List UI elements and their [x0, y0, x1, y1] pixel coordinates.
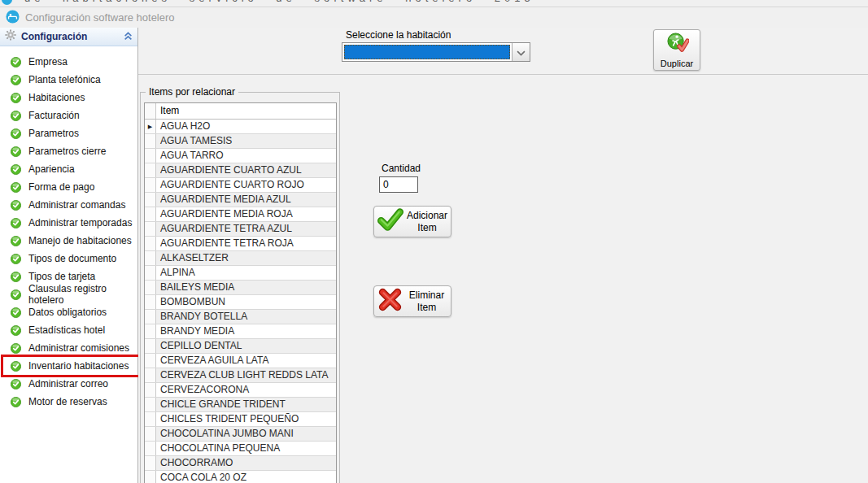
table-row[interactable]: ▶AGUA H2O [145, 120, 336, 134]
sidebar-item-administrar-correo[interactable]: Administrar correo [0, 375, 137, 393]
row-selector[interactable] [145, 427, 156, 441]
table-row[interactable]: ALPINA [145, 266, 336, 281]
background-app-icon [2, 0, 12, 5]
table-row[interactable]: CHOCOLATINA PEQUENA [145, 442, 336, 456]
table-row[interactable]: CERVEZACORONA [145, 383, 336, 398]
row-selector[interactable] [145, 471, 156, 483]
sidebar-item-parametros[interactable]: Parametros [0, 124, 137, 142]
collapse-chevrons-icon[interactable] [124, 29, 133, 44]
row-selector[interactable] [145, 354, 156, 368]
row-selector[interactable] [145, 398, 156, 411]
table-row[interactable]: BRANDY BOTELLA [145, 310, 336, 324]
item-cell: AGUARDIENTE CUARTO AZUL [156, 163, 336, 177]
item-cell: CHICLES TRIDENT PEQUEÑO [156, 412, 336, 426]
sidebar-item-administrar-comisiones[interactable]: Administrar comisiones [0, 339, 137, 357]
sidebar-item-habitaciones[interactable]: Habitaciones [0, 89, 137, 107]
check-circle-icon [11, 182, 21, 193]
item-cell: CHOCOLATINA JUMBO MANI [156, 427, 336, 441]
table-row[interactable]: AGUARDIENTE MEDIA ROJA [145, 207, 336, 222]
sidebar-item-parametros-cierre[interactable]: Parametros cierre [0, 142, 137, 160]
table-row[interactable]: ALKASELTZER [145, 251, 336, 266]
table-row[interactable]: BRANDY MEDIA [145, 324, 336, 339]
check-circle-icon [11, 57, 21, 67]
table-row[interactable]: CHOCOLATINA JUMBO MANI [145, 427, 336, 442]
room-combobox[interactable] [342, 42, 530, 62]
sidebar-item-label: Administrar correo [28, 378, 108, 389]
row-selector[interactable]: ▶ [145, 120, 156, 133]
row-selector[interactable] [145, 193, 156, 207]
row-selector[interactable] [145, 383, 156, 397]
add-item-button[interactable]: Adicionar Item [373, 206, 451, 237]
quantity-input[interactable] [379, 176, 418, 193]
sidebar-item-motor-de-reservas[interactable]: Motor de reservas [0, 393, 137, 411]
duplicate-button[interactable]: Duplicar [653, 29, 700, 71]
sidebar-item-list: EmpresaPlanta telefónicaHabitacionesFact… [0, 46, 137, 411]
item-cell: AGUARDIENTE CUARTO ROJO [156, 178, 336, 192]
row-selector[interactable] [145, 310, 156, 324]
row-selector[interactable] [145, 456, 156, 470]
check-circle-icon [11, 361, 21, 372]
row-selector[interactable] [145, 207, 156, 221]
title-bar: Configuración software hotelero [0, 7, 868, 28]
sidebar-item-apariencia[interactable]: Apariencia [0, 160, 137, 178]
row-selector[interactable] [145, 163, 156, 177]
row-selector[interactable] [145, 324, 156, 338]
row-selector[interactable] [145, 237, 156, 250]
table-row[interactable]: AGUA TAMESIS [145, 134, 336, 149]
sidebar-item-inventario-habitaciones[interactable]: Inventario habitaciones [0, 357, 137, 375]
item-cell: CHOCORRAMO [156, 456, 336, 470]
row-selector[interactable] [145, 295, 156, 309]
table-row[interactable]: CHICLE GRANDE TRIDENT [145, 398, 336, 412]
table-row[interactable]: AGUARDIENTE CUARTO AZUL [145, 163, 336, 178]
items-table[interactable]: Item ▶AGUA H2OAGUA TAMESISAGUA TARROAGUA… [144, 102, 337, 483]
row-selector[interactable] [145, 178, 156, 192]
room-combobox-value[interactable] [344, 45, 510, 59]
row-selector[interactable] [145, 222, 156, 236]
row-selector[interactable] [145, 251, 156, 265]
table-row[interactable]: AGUARDIENTE CUARTO ROJO [145, 178, 336, 193]
sidebar-item-clausulas-registro-hotelero[interactable]: Clausulas registro hotelero [0, 285, 137, 303]
check-circle-icon [11, 128, 21, 139]
row-selector[interactable] [145, 339, 156, 353]
sidebar-item-estadisticas-hotel[interactable]: Estadísticas hotel [0, 321, 137, 339]
row-selector[interactable] [145, 442, 156, 455]
item-cell: BOMBOMBUN [156, 295, 336, 309]
table-row[interactable]: CERVEZA AGUILA LATA [145, 354, 336, 368]
table-row[interactable]: AGUARDIENTE MEDIA AZUL [145, 193, 336, 207]
gear-icon [5, 29, 16, 44]
sidebar-item-empresa[interactable]: Empresa [0, 53, 137, 71]
table-row[interactable]: CHICLES TRIDENT PEQUEÑO [145, 412, 336, 427]
row-selector[interactable] [145, 266, 156, 280]
sidebar-item-administrar-temporadas[interactable]: Administrar temporadas [0, 214, 137, 232]
table-row[interactable]: AGUARDIENTE TETRA AZUL [145, 222, 336, 237]
row-selector[interactable] [145, 134, 156, 148]
room-combobox-dropdown-button[interactable] [512, 43, 530, 61]
delete-item-button[interactable]: Eliminar Item [373, 285, 451, 317]
sidebar-item-datos-obligatorios[interactable]: Datos obligatorios [0, 303, 137, 321]
table-row[interactable]: BOMBOMBUN [145, 295, 336, 310]
table-row[interactable]: CHOCORRAMO [145, 456, 336, 471]
background-window-strip: de habitaciones servicio de software hot… [0, 0, 868, 7]
table-row[interactable]: AGUARDIENTE TETRA ROJA [145, 237, 336, 251]
sidebar-item-manejo-de-habitaciones[interactable]: Manejo de habitaciones [0, 232, 137, 250]
sidebar-item-administrar-comandas[interactable]: Administrar comandas [0, 196, 137, 214]
row-selector[interactable] [145, 281, 156, 294]
table-row[interactable]: CEPILLO DENTAL [145, 339, 336, 354]
table-row[interactable]: BAILEYS MEDIA [145, 281, 336, 295]
table-row[interactable]: COCA COLA 20 OZ [145, 471, 336, 483]
item-cell: AGUARDIENTE TETRA ROJA [156, 237, 336, 250]
check-circle-icon [11, 254, 21, 264]
item-cell: BAILEYS MEDIA [156, 281, 336, 294]
table-row[interactable]: AGUA TARRO [145, 149, 336, 163]
sidebar-item-label: Tipos de tarjeta [28, 271, 95, 282]
row-selector[interactable] [145, 412, 156, 426]
sidebar-item-forma-de-pago[interactable]: Forma de pago [0, 178, 137, 196]
sidebar-item-tipos-de-documento[interactable]: Tipos de documento [0, 250, 137, 268]
sidebar-item-label: Forma de pago [28, 181, 94, 193]
row-selector[interactable] [145, 149, 156, 163]
check-circle-icon [11, 379, 21, 389]
sidebar-item-facturacion[interactable]: Facturación [0, 107, 137, 124]
row-selector[interactable] [145, 368, 156, 382]
table-row[interactable]: CERVEZA CLUB LIGHT REDDS LATA [145, 368, 336, 383]
sidebar-item-planta-telefonica[interactable]: Planta telefónica [0, 71, 137, 89]
